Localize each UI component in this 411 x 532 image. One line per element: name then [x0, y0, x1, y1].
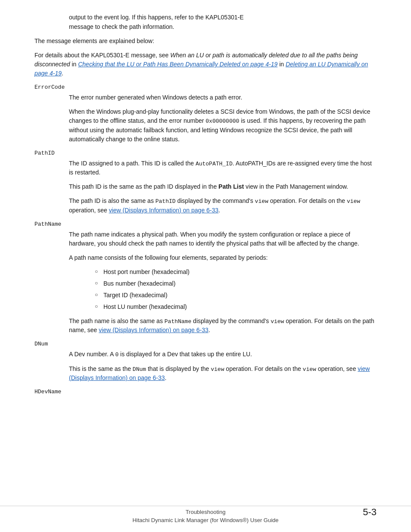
pathname-para3-end: . [209, 327, 210, 333]
bullet-target-id: Target ID (hexadecimal) [95, 291, 377, 300]
pathid-inline2: PathID [156, 198, 176, 205]
dnum-para1-suffix: is displayed for a Dev that takes up the… [118, 351, 252, 358]
top-indent-text: output to the event log. If this happens… [69, 13, 377, 31]
dnum-para1-prefix: A Dev number. A [69, 351, 115, 358]
label-hdevname: HDevName [34, 389, 377, 395]
dnum-para2-mid2: operation. For details on the [224, 365, 302, 372]
pathname-inline2: view [271, 318, 284, 325]
label-pathid: PathID [34, 150, 377, 156]
footer-top: Troubleshooting 5-3 [0, 509, 411, 515]
pathname-inline1: PathName [165, 318, 191, 325]
pathid-para1: The ID assigned to a path. This ID is ca… [69, 159, 377, 177]
para2-end: . [62, 70, 63, 77]
pathname-para3-prefix: The path name is also the same as [69, 317, 165, 324]
pathid-para2: This path ID is the same as the path ID … [69, 182, 377, 191]
label-dnum: DNum [34, 341, 377, 347]
pathid-para3-end: . [218, 207, 220, 214]
bullet-host-port: Host port number (hexadecimal) [95, 268, 377, 277]
pathname-bullets: Host port number (hexadecimal) Bus numbe… [95, 268, 377, 311]
pathid-para2-suffix: view in the Path Management window. [244, 183, 348, 190]
dnum-para2-mid3: operation, see [316, 365, 358, 372]
page-container: output to the event log. If this happens… [0, 0, 411, 532]
label-pathname: PathName [34, 221, 377, 227]
pathid-bold: Path List [218, 183, 244, 190]
label-errorcode: ErrorCode [34, 84, 377, 90]
pathid-para3-mid2: operation. For details on the [268, 197, 347, 204]
dnum-para2-end: . [165, 374, 167, 381]
para2: For details about the KAPL05301-E messag… [34, 51, 377, 78]
dnum-inline2: DNum [133, 366, 146, 373]
pathid-para2-prefix: This path ID is the same as the path ID … [69, 183, 218, 190]
pathid-inline3: view [255, 198, 268, 205]
para1: The message elements are explained below… [34, 37, 377, 46]
dnum-inline3: view [211, 366, 224, 373]
bullet-bus-number: Bus number (hexadecimal) [95, 279, 377, 288]
pathname-para3-mid: displayed by the command's [191, 317, 271, 324]
pathname-para3: The path name is also the same as PathNa… [69, 317, 377, 335]
pathname-para1: The path name indicates a physical path.… [69, 230, 377, 248]
para2-mid: in [70, 61, 78, 68]
dnum-para1: A Dev number. A 0 is displayed for a Dev… [69, 350, 377, 359]
top-indent-block: output to the event log. If this happens… [69, 13, 377, 31]
pathname-para2: A path name consists of the following fo… [69, 253, 377, 262]
errorcode-para1: The error number generated when Windows … [69, 93, 377, 102]
errorcode-para2: When the Windows plug-and-play functiona… [69, 107, 377, 144]
pathid-block: The ID assigned to a path. This ID is ca… [69, 159, 377, 215]
pathname-link[interactable]: view (Displays Information) on page 6-33 [99, 327, 208, 333]
dnum-para2: This is the same as the DNum that is dis… [69, 364, 377, 383]
footer-divider [0, 506, 411, 506]
errorcode-block: The error number generated when Windows … [69, 93, 377, 144]
pathid-inline1: AutoPATH_ID [196, 161, 233, 167]
para2-prefix: For details about the KAPL05301-E messag… [34, 52, 170, 59]
para2-link1[interactable]: Checking that the LU or Path Has Been Dy… [78, 61, 277, 68]
bullet-host-lu: Host LU number (hexadecimal) [95, 302, 377, 311]
pathid-para3-mid: displayed by the command's [176, 197, 255, 204]
footer-center: Troubleshooting [186, 509, 226, 515]
top-line1: output to the event log. If this happens… [69, 14, 244, 21]
top-line2: message to check the path information. [69, 23, 174, 30]
footer-bottom: Hitachi Dynamic Link Manager (for Window… [132, 517, 278, 523]
footer-page-number: 5-3 [363, 507, 377, 518]
dnum-para2-mid: that is displayed by the [146, 365, 211, 372]
pathid-para3: The path ID is also the same as PathID d… [69, 196, 377, 215]
dnum-block: A Dev number. A 0 is displayed for a Dev… [69, 350, 377, 383]
pathid-para3-mid3: operation, see [69, 207, 109, 214]
pathid-link[interactable]: view (Displays Information) on page 6-33 [109, 207, 218, 214]
pathid-para3-prefix: The path ID is also the same as [69, 197, 156, 204]
pathid-para1-prefix: The ID assigned to a path. This ID is ca… [69, 160, 196, 167]
dnum-para2-prefix: This is the same as the [69, 365, 133, 372]
para2-mid2: in [277, 61, 286, 68]
pathname-block: The path name indicates a physical path.… [69, 230, 377, 335]
footer: Troubleshooting 5-3 Hitachi Dynamic Link… [0, 509, 411, 523]
errorcode-inline1: 0x00000000 [206, 118, 239, 124]
dnum-inline4: view [303, 366, 316, 373]
pathid-inline4: view [347, 198, 360, 205]
